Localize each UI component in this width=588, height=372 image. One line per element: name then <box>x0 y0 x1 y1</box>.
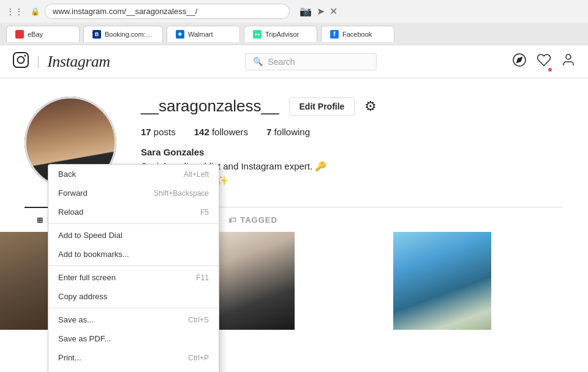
context-menu: Back Alt+Left Forward Shift+Backspace Re… <box>48 164 219 372</box>
browser-top-bar: ⋮⋮ 🔒 www.instagram.com/__saragonzaless__… <box>0 0 588 23</box>
ctx-copy-address[interactable]: Copy address <box>48 287 219 306</box>
logo-area: | Instagram <box>12 51 110 72</box>
address-text: www.instagram.com/__saragonzaless__/ <box>53 7 197 16</box>
tagged-tab-icon: 🏷 <box>228 216 236 225</box>
ctx-back-shortcut: Alt+Left <box>184 170 209 179</box>
ctx-save-pdf-label: Save as PDF... <box>58 334 111 343</box>
settings-icon[interactable]: ⚙ <box>364 99 377 114</box>
ctx-fullscreen[interactable]: Enter full screen F11 <box>48 268 219 287</box>
ctx-speed-dial-label: Add to Speed Dial <box>58 231 123 240</box>
ctx-print-shortcut: Ctrl+P <box>188 354 209 362</box>
posts-tab-icon: ⊞ <box>37 216 43 225</box>
ctx-fullscreen-label: Enter full screen <box>58 273 116 282</box>
tab-ebay[interactable]: eBay <box>6 26 80 42</box>
booking-favicon: B <box>92 30 101 39</box>
search-bar[interactable]: 🔍 Search <box>245 53 377 70</box>
username-row: __saragonzaless__ Edit Profile ⚙ <box>141 97 564 116</box>
ctx-save-as-label: Save as... <box>58 315 94 324</box>
ctx-bookmarks[interactable]: Add to bookmarks... <box>48 245 219 264</box>
svg-marker-4 <box>517 57 522 62</box>
lock-icon: 🔒 <box>31 7 40 16</box>
ctx-speed-dial[interactable]: Add to Speed Dial <box>48 226 219 245</box>
tripadvisor-favicon: ●● <box>253 30 262 39</box>
tab-tripadvisor-label: TripAdvisor <box>265 31 299 38</box>
ctx-print-label: Print... <box>58 353 81 362</box>
ctx-sep-2 <box>48 266 219 266</box>
posts-count: 17 <box>141 127 151 137</box>
share-icon[interactable]: ➤ <box>317 6 325 17</box>
tab-facebook-label: Facebook <box>342 31 372 38</box>
walmart-favicon: ✸ <box>176 30 184 39</box>
instagram-logo-text: Instagram <box>47 53 110 71</box>
ctx-save-as-shortcut: Ctrl+S <box>188 316 209 324</box>
notification-dot <box>548 67 552 72</box>
ctx-forward-shortcut: Shift+Backspace <box>154 189 209 198</box>
svg-point-2 <box>24 54 26 56</box>
nav-icons <box>512 53 576 71</box>
grid-icon: ⋮⋮ <box>6 7 23 17</box>
following-count: 7 <box>266 127 271 137</box>
ctx-reload[interactable]: Reload F5 <box>48 203 219 221</box>
compass-icon[interactable] <box>512 53 527 71</box>
ebay-favicon <box>15 30 24 39</box>
tab-ebay-label: eBay <box>28 31 43 38</box>
instagram-camera-icon <box>12 51 29 72</box>
search-icon: 🔍 <box>253 57 263 66</box>
tab-facebook[interactable]: f Facebook <box>321 26 394 42</box>
following-stat[interactable]: 7 following <box>266 127 310 137</box>
svg-rect-0 <box>13 53 28 67</box>
ctx-back[interactable]: Back Alt+Left <box>48 165 219 184</box>
svg-point-5 <box>566 54 571 59</box>
ctx-back-label: Back <box>58 169 76 179</box>
ctx-save-pdf[interactable]: Save as PDF... <box>48 329 219 348</box>
browser-actions: 📷 ➤ ✕ <box>300 6 337 17</box>
ctx-sep-1 <box>48 223 219 224</box>
tab-booking[interactable]: B Booking.com: Chea... <box>83 26 163 42</box>
followers-count: 142 <box>194 127 209 137</box>
profile-stats: 17 posts 142 followers 7 following <box>141 127 564 137</box>
tab-walmart-label: Walmart <box>188 31 213 38</box>
search-placeholder: Search <box>268 57 295 67</box>
browser-chrome: ⋮⋮ 🔒 www.instagram.com/__saragonzaless__… <box>0 0 588 45</box>
edit-profile-button[interactable]: Edit Profile <box>289 97 355 116</box>
ctx-fullscreen-shortcut: F11 <box>196 273 209 282</box>
photo-item-3[interactable] <box>393 232 491 330</box>
browser-tab-bar: eBay B Booking.com: Chea... ✸ Walmart ●●… <box>0 23 588 45</box>
tagged-tab-label: TAGGED <box>240 215 277 225</box>
tab-walmart[interactable]: ✸ Walmart <box>167 26 240 42</box>
ctx-forward[interactable]: Forward Shift+Backspace <box>48 184 219 203</box>
heart-icon[interactable] <box>537 53 551 71</box>
ctx-copy-address-label: Copy address <box>58 292 107 301</box>
profile-full-name: Sara Gonzales <box>141 147 564 157</box>
ctx-save-as[interactable]: Save as... Ctrl+S <box>48 310 219 329</box>
more-icon[interactable]: ✕ <box>330 6 337 17</box>
followers-stat[interactable]: 142 followers <box>194 127 248 137</box>
profile-icon[interactable] <box>561 53 576 71</box>
tab-tripadvisor[interactable]: ●● TripAdvisor <box>244 26 317 42</box>
tab-booking-label: Booking.com: Chea... <box>105 31 154 38</box>
camera-icon[interactable]: 📷 <box>300 6 312 17</box>
ctx-page-source[interactable]: Page source Ctrl+U <box>48 367 219 372</box>
facebook-favicon: f <box>330 30 339 39</box>
logo-divider: | <box>37 54 40 69</box>
ctx-bookmarks-label: Add to bookmarks... <box>58 250 129 259</box>
address-bar[interactable]: www.instagram.com/__saragonzaless__/ <box>45 4 290 19</box>
ctx-print[interactable]: Print... Ctrl+P <box>48 348 219 367</box>
ig-header: | Instagram 🔍 Search <box>0 45 588 78</box>
posts-stat: 17 posts <box>141 127 176 137</box>
ctx-forward-label: Forward <box>58 188 88 198</box>
ctx-reload-label: Reload <box>58 207 83 217</box>
ctx-sep-3 <box>48 308 219 308</box>
ctx-reload-shortcut: F5 <box>200 208 209 217</box>
svg-point-1 <box>18 56 24 63</box>
tab-tagged[interactable]: 🏷 TAGGED <box>216 207 290 232</box>
profile-username: __saragonzaless__ <box>141 97 279 116</box>
